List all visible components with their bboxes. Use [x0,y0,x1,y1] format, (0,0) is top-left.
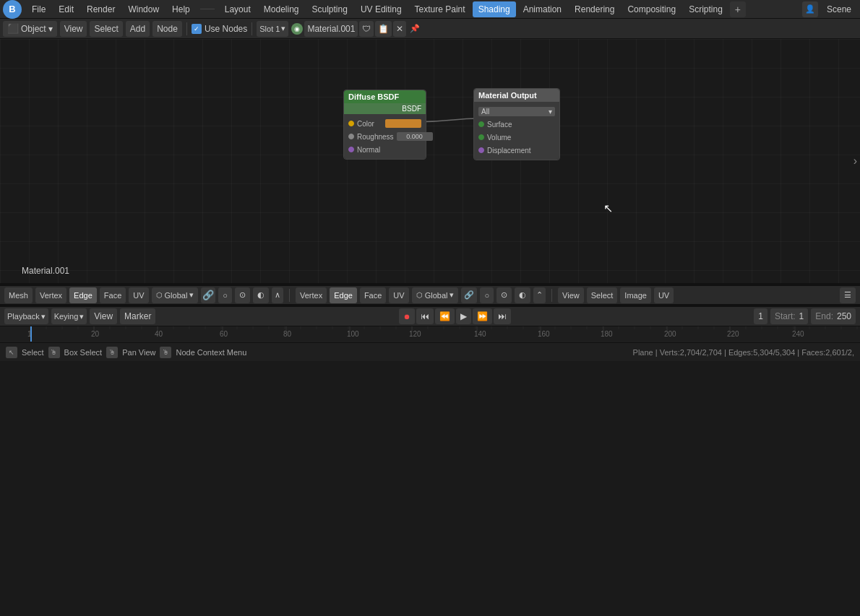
tab-uv-editing[interactable]: UV Editing [355,1,408,17]
status-bar: ↖ Select 🖱 Box Select 🖱 Pan View 🖱 Node … [0,342,860,361]
extra-btn2[interactable]: ⌃ [533,287,546,303]
overlay-btn2[interactable]: ⊙ [496,287,512,303]
color-row: Color [348,117,421,130]
shading-btn2[interactable]: ◐ [515,287,530,303]
step-forward-btn[interactable]: ⏩ [473,308,492,324]
tab-shading[interactable]: Shading [473,1,516,17]
scene-label[interactable]: Scene [821,1,857,17]
snap-icon-btn[interactable]: 🔗 [201,287,215,303]
roughness-value[interactable]: 0.000 [397,132,433,141]
marker-btn[interactable]: Marker [120,308,155,324]
face-mode-btn2[interactable]: Face [360,287,386,303]
volume-socket[interactable] [478,134,484,140]
jump-start-btn[interactable]: ⏮ [416,308,434,324]
mesh-btn[interactable]: Mesh [4,287,33,303]
vertex-mode-btn2[interactable]: Vertex [296,287,327,303]
second-toolbar: ⬛ Object ▾ View Select Add Node ✓ Use No… [0,19,860,39]
menu-edit[interactable]: Edit [53,1,79,17]
global-mode-btn2[interactable]: ⬡ Global ▾ [412,287,459,303]
jump-end-btn[interactable]: ⏭ [494,308,511,324]
edge-mode-btn[interactable]: Edge [69,287,97,303]
proportional-edit-btn[interactable]: ○ [218,287,232,303]
add-menu[interactable]: Add [126,21,150,37]
tab-scripting[interactable]: Scripting [683,1,728,17]
displacement-socket[interactable] [478,147,484,153]
output-dropdown[interactable]: All ▾ [478,107,555,116]
step-back-btn[interactable]: ⏪ [435,308,455,324]
diffuse-bsdf-node[interactable]: Diffuse BSDF BSDF Color Roughness 0.000 … [343,90,426,160]
box-select-label: Box Select [64,348,103,357]
playback-dropdown[interactable]: Playback ▾ [4,308,48,324]
separator2 [251,22,252,35]
volume-row: Volume [478,131,555,144]
close-material-btn[interactable]: ✕ [393,21,406,37]
view-uv-btn[interactable]: View [558,287,584,303]
link-icon-btn[interactable]: 📋 [375,21,392,37]
node-menu[interactable]: Node [152,21,182,37]
end-frame-group: End: 250 [811,308,856,324]
start-frame-group: Start: 1 [770,308,808,324]
global-mode-btn[interactable]: ⬡ Global ▾ [152,287,199,303]
top-menu-bar: B File Edit Render Window Help Layout Mo… [0,0,860,19]
shading-type-btn[interactable]: ◐ [253,287,269,303]
normal-socket[interactable] [348,147,354,152]
play-btn[interactable]: ▶ [456,308,471,324]
edge-mode-btn2[interactable]: Edge [330,287,357,303]
tab-modeling[interactable]: Modeling [258,1,305,17]
right-collapse-arrow[interactable]: › [853,155,857,168]
menu-help[interactable]: Help [166,1,196,17]
overlay-btn[interactable]: ⊙ [235,287,250,303]
face-mode-btn[interactable]: Face [100,287,126,303]
shader-grid-bg [0,39,860,283]
vertex-mode-btn[interactable]: Vertex [35,287,66,303]
record-btn[interactable]: ⏺ [399,308,415,324]
shield-icon-btn[interactable]: 🛡 [359,21,374,37]
keying-dropdown[interactable]: Keying ▾ [51,308,87,324]
blender-logo[interactable]: B [3,0,22,19]
tab-sculpting[interactable]: Sculpting [306,1,353,17]
material-dropdown[interactable]: Material.001 [304,21,358,37]
tab-texture-paint[interactable]: Texture Paint [409,1,471,17]
use-nodes-group: ✓ Use Nodes [192,24,247,34]
chevron-down-icon: ▾ [189,290,194,300]
pan-view-label: Pan View [122,348,155,357]
tab-layout[interactable]: Layout [219,1,257,17]
mode-dropdown[interactable]: ⬛ Object ▾ [3,21,57,37]
add-workspace-button[interactable]: + [730,1,746,17]
tab-compositing[interactable]: Compositing [622,1,681,17]
view-timeline-btn[interactable]: View [90,308,117,324]
uv-mode-btn[interactable]: UV [129,287,148,303]
tab-animation[interactable]: Animation [517,1,567,17]
menu-render[interactable]: Render [81,1,121,17]
surface-socket[interactable] [478,121,484,127]
end-frame-value[interactable]: 250 [837,311,851,321]
material-icon: ◉ [291,23,303,35]
select-menu[interactable]: Select [90,21,122,37]
color-socket[interactable] [348,121,354,126]
menu-file[interactable]: File [26,1,51,17]
proportional-btn2[interactable]: ○ [480,287,494,303]
pin-icon[interactable]: 📌 [409,23,421,35]
use-nodes-checkbox[interactable]: ✓ [192,24,202,34]
start-frame-value[interactable]: 1 [799,311,804,321]
extra-settings-btn[interactable]: ∧ [272,287,283,303]
current-frame-input[interactable]: 1 [754,308,767,324]
select-icon: ↖ [6,347,17,358]
uv-settings-icon[interactable]: ☰ [840,287,856,303]
menu-window[interactable]: Window [122,1,165,17]
material-output-node[interactable]: Material Output All ▾ Surface Volume Dis… [473,88,560,160]
chevron-down-icon: ▾ [549,108,552,116]
color-value[interactable] [385,119,421,128]
roughness-socket[interactable] [348,134,354,139]
select-uv-btn[interactable]: Select [587,287,618,303]
orient-icon2: ⬡ [416,291,423,299]
image-uv-btn[interactable]: Image [620,287,651,303]
view-menu[interactable]: View [60,21,87,37]
slot-dropdown[interactable]: Slot 1 ▾ [257,21,288,37]
chevron-icon2: ▾ [450,290,454,300]
snap-btn2[interactable]: 🔗 [461,287,477,303]
uv-menu-btn[interactable]: UV [654,287,674,303]
tab-rendering[interactable]: Rendering [569,1,620,17]
uv-mode-btn2[interactable]: UV [389,287,408,303]
user-icon-btn[interactable]: 👤 [802,1,818,17]
